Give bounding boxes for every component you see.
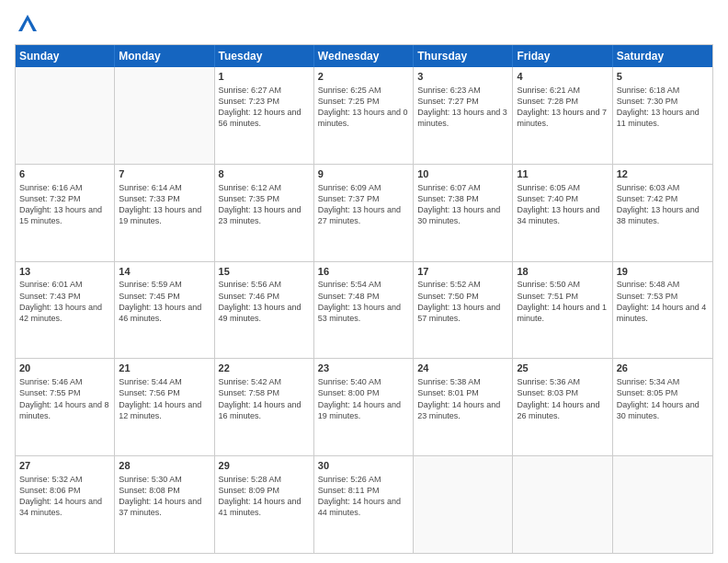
day-number: 3	[417, 70, 508, 84]
cell-info: Sunrise: 5:56 AMSunset: 7:46 PMDaylight:…	[219, 279, 310, 324]
day-number: 20	[19, 362, 110, 375]
calendar-cell-1: 1Sunrise: 6:27 AMSunset: 7:23 PMDaylight…	[215, 67, 314, 164]
cell-info: Sunrise: 6:01 AMSunset: 7:43 PMDaylight:…	[19, 279, 110, 324]
cell-info: Sunrise: 6:03 AMSunset: 7:42 PMDaylight:…	[617, 182, 709, 227]
calendar-cell-12: 12Sunrise: 6:03 AMSunset: 7:42 PMDayligh…	[613, 165, 712, 261]
header	[15, 11, 713, 37]
day-number: 18	[517, 265, 608, 279]
cell-info: Sunrise: 5:48 AMSunset: 7:53 PMDaylight:…	[617, 279, 709, 324]
calendar-row-4: 20Sunrise: 5:46 AMSunset: 7:55 PMDayligh…	[16, 358, 712, 455]
cell-info: Sunrise: 5:44 AMSunset: 7:56 PMDaylight:…	[119, 376, 210, 421]
day-number: 5	[617, 70, 709, 84]
logo-icon	[15, 11, 40, 37]
calendar-cell-empty	[414, 456, 513, 553]
calendar-cell-24: 24Sunrise: 5:38 AMSunset: 8:01 PMDayligh…	[414, 359, 513, 455]
cell-info: Sunrise: 6:09 AMSunset: 7:37 PMDaylight:…	[318, 182, 409, 227]
cell-info: Sunrise: 6:25 AMSunset: 7:25 PMDaylight:…	[318, 85, 409, 130]
cell-info: Sunrise: 5:42 AMSunset: 7:58 PMDaylight:…	[219, 376, 310, 421]
calendar-cell-21: 21Sunrise: 5:44 AMSunset: 7:56 PMDayligh…	[115, 359, 214, 455]
weekday-header-thursday: Thursday	[414, 45, 513, 67]
calendar-cell-22: 22Sunrise: 5:42 AMSunset: 7:58 PMDayligh…	[215, 359, 314, 455]
calendar-row-2: 6Sunrise: 6:16 AMSunset: 7:32 PMDaylight…	[16, 164, 712, 261]
weekday-header-monday: Monday	[115, 45, 214, 67]
day-number: 22	[219, 362, 310, 375]
day-number: 14	[119, 265, 210, 279]
day-number: 1	[219, 70, 310, 84]
cell-info: Sunrise: 5:40 AMSunset: 8:00 PMDaylight:…	[318, 376, 409, 421]
day-number: 11	[517, 167, 608, 181]
calendar-cell-empty	[16, 67, 115, 164]
calendar-cell-17: 17Sunrise: 5:52 AMSunset: 7:50 PMDayligh…	[414, 262, 513, 359]
weekday-header-tuesday: Tuesday	[215, 45, 314, 67]
cell-info: Sunrise: 5:54 AMSunset: 7:48 PMDaylight:…	[318, 279, 409, 324]
cell-info: Sunrise: 6:27 AMSunset: 7:23 PMDaylight:…	[219, 85, 310, 130]
cell-info: Sunrise: 5:30 AMSunset: 8:08 PMDaylight:…	[119, 474, 210, 519]
cell-info: Sunrise: 6:05 AMSunset: 7:40 PMDaylight:…	[517, 182, 608, 227]
weekday-header-sunday: Sunday	[16, 45, 115, 67]
weekday-header-saturday: Saturday	[613, 45, 712, 67]
cell-info: Sunrise: 5:28 AMSunset: 8:09 PMDaylight:…	[219, 474, 310, 519]
calendar-body: 1Sunrise: 6:27 AMSunset: 7:23 PMDaylight…	[16, 67, 712, 553]
calendar: SundayMondayTuesdayWednesdayThursdayFrid…	[15, 44, 713, 554]
calendar-cell-11: 11Sunrise: 6:05 AMSunset: 7:40 PMDayligh…	[513, 165, 612, 261]
day-number: 4	[517, 70, 608, 84]
calendar-cell-3: 3Sunrise: 6:23 AMSunset: 7:27 PMDaylight…	[414, 67, 513, 164]
calendar-row-1: 1Sunrise: 6:27 AMSunset: 7:23 PMDaylight…	[16, 67, 712, 164]
calendar-cell-23: 23Sunrise: 5:40 AMSunset: 8:00 PMDayligh…	[314, 359, 414, 455]
day-number: 12	[617, 167, 709, 181]
weekday-header-wednesday: Wednesday	[314, 45, 414, 67]
calendar-cell-15: 15Sunrise: 5:56 AMSunset: 7:46 PMDayligh…	[215, 262, 314, 359]
calendar-cell-empty	[513, 456, 612, 553]
calendar-cell-28: 28Sunrise: 5:30 AMSunset: 8:08 PMDayligh…	[115, 456, 214, 553]
cell-info: Sunrise: 5:34 AMSunset: 8:05 PMDaylight:…	[617, 376, 709, 421]
cell-info: Sunrise: 6:18 AMSunset: 7:30 PMDaylight:…	[617, 85, 709, 130]
cell-info: Sunrise: 6:12 AMSunset: 7:35 PMDaylight:…	[219, 182, 310, 227]
calendar-cell-13: 13Sunrise: 6:01 AMSunset: 7:43 PMDayligh…	[16, 262, 115, 359]
calendar-cell-6: 6Sunrise: 6:16 AMSunset: 7:32 PMDaylight…	[16, 165, 115, 261]
calendar-cell-29: 29Sunrise: 5:28 AMSunset: 8:09 PMDayligh…	[215, 456, 314, 553]
calendar-cell-20: 20Sunrise: 5:46 AMSunset: 7:55 PMDayligh…	[16, 359, 115, 455]
cell-info: Sunrise: 5:38 AMSunset: 8:01 PMDaylight:…	[417, 376, 508, 421]
day-number: 8	[219, 167, 310, 181]
cell-info: Sunrise: 5:52 AMSunset: 7:50 PMDaylight:…	[417, 279, 508, 324]
calendar-cell-9: 9Sunrise: 6:09 AMSunset: 7:37 PMDaylight…	[314, 165, 414, 261]
calendar-cell-empty	[115, 67, 214, 164]
day-number: 15	[219, 265, 310, 279]
weekday-header-friday: Friday	[513, 45, 612, 67]
calendar-cell-14: 14Sunrise: 5:59 AMSunset: 7:45 PMDayligh…	[115, 262, 214, 359]
calendar-cell-7: 7Sunrise: 6:14 AMSunset: 7:33 PMDaylight…	[115, 165, 214, 261]
calendar-cell-18: 18Sunrise: 5:50 AMSunset: 7:51 PMDayligh…	[513, 262, 612, 359]
calendar-cell-4: 4Sunrise: 6:21 AMSunset: 7:28 PMDaylight…	[513, 67, 612, 164]
day-number: 6	[19, 167, 110, 181]
day-number: 21	[119, 362, 210, 375]
calendar-cell-25: 25Sunrise: 5:36 AMSunset: 8:03 PMDayligh…	[513, 359, 612, 455]
calendar-cell-5: 5Sunrise: 6:18 AMSunset: 7:30 PMDaylight…	[613, 67, 712, 164]
day-number: 25	[517, 362, 608, 375]
page: SundayMondayTuesdayWednesdayThursdayFrid…	[0, 0, 728, 563]
day-number: 29	[219, 459, 310, 473]
calendar-header: SundayMondayTuesdayWednesdayThursdayFrid…	[16, 45, 712, 67]
calendar-cell-27: 27Sunrise: 5:32 AMSunset: 8:06 PMDayligh…	[16, 456, 115, 553]
calendar-row-5: 27Sunrise: 5:32 AMSunset: 8:06 PMDayligh…	[16, 455, 712, 553]
day-number: 17	[417, 265, 508, 279]
day-number: 7	[119, 167, 210, 181]
calendar-cell-8: 8Sunrise: 6:12 AMSunset: 7:35 PMDaylight…	[215, 165, 314, 261]
calendar-cell-2: 2Sunrise: 6:25 AMSunset: 7:25 PMDaylight…	[314, 67, 414, 164]
calendar-cell-10: 10Sunrise: 6:07 AMSunset: 7:38 PMDayligh…	[414, 165, 513, 261]
day-number: 2	[318, 70, 409, 84]
cell-info: Sunrise: 5:46 AMSunset: 7:55 PMDaylight:…	[19, 376, 110, 421]
day-number: 30	[318, 459, 409, 473]
cell-info: Sunrise: 5:32 AMSunset: 8:06 PMDaylight:…	[19, 474, 110, 519]
day-number: 27	[19, 459, 110, 473]
cell-info: Sunrise: 6:23 AMSunset: 7:27 PMDaylight:…	[417, 85, 508, 130]
day-number: 9	[318, 167, 409, 181]
day-number: 19	[617, 265, 709, 279]
calendar-cell-26: 26Sunrise: 5:34 AMSunset: 8:05 PMDayligh…	[613, 359, 712, 455]
day-number: 13	[19, 265, 110, 279]
day-number: 24	[417, 362, 508, 375]
day-number: 16	[318, 265, 409, 279]
day-number: 28	[119, 459, 210, 473]
calendar-cell-16: 16Sunrise: 5:54 AMSunset: 7:48 PMDayligh…	[314, 262, 414, 359]
calendar-cell-30: 30Sunrise: 5:26 AMSunset: 8:11 PMDayligh…	[314, 456, 414, 553]
cell-info: Sunrise: 5:50 AMSunset: 7:51 PMDaylight:…	[517, 279, 608, 324]
